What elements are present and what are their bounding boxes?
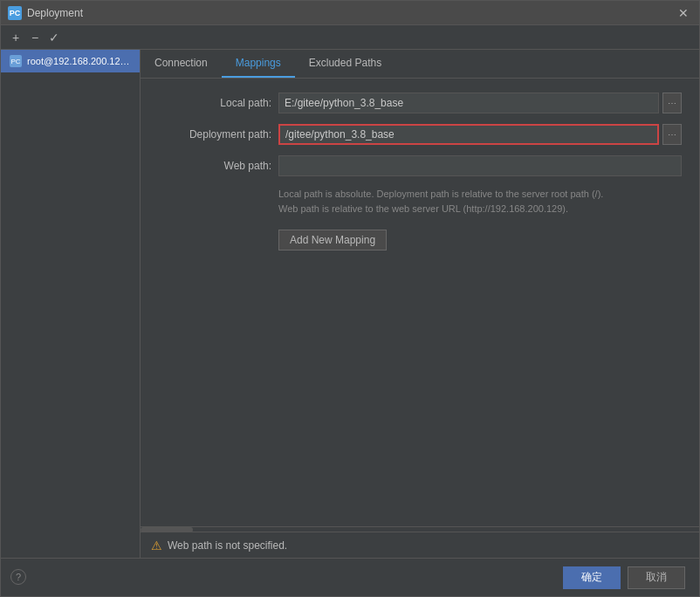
web-path-label: Web path:: [158, 160, 271, 172]
warning-icon: ⚠: [151, 539, 162, 552]
add-server-button[interactable]: +: [8, 30, 24, 45]
window-icon: PC: [8, 6, 22, 20]
toolbar: + − ✓: [1, 25, 699, 50]
hint-text: Local path is absolute. Deployment path …: [278, 187, 682, 216]
sidebar-item-server[interactable]: PC root@192.168.200.129:…: [1, 50, 140, 72]
tab-connection[interactable]: Connection: [141, 50, 222, 78]
deployment-dialog: PC Deployment ✕ + − ✓ PC root@192.168.20…: [0, 0, 700, 597]
scrollbar-area: [141, 526, 699, 532]
tab-mappings[interactable]: Mappings: [222, 50, 295, 78]
content-area: Local path: ⋯ Deployment path: ⋯: [141, 79, 699, 526]
confirm-button[interactable]: ✓: [46, 30, 62, 45]
help-area: ?: [1, 558, 36, 596]
add-new-mapping-button[interactable]: Add New Mapping: [278, 230, 387, 250]
web-path-input[interactable]: [278, 155, 682, 176]
local-path-row: Local path: ⋯: [158, 93, 682, 113]
deployment-path-browse-button[interactable]: ⋯: [662, 124, 682, 145]
sidebar: PC root@192.168.200.129:…: [1, 50, 141, 558]
hint-line2: Web path is relative to the web server U…: [278, 202, 682, 216]
title-left: PC Deployment: [8, 6, 83, 20]
local-path-browse-button[interactable]: ⋯: [662, 93, 682, 113]
server-icon: PC: [10, 55, 22, 67]
local-path-input[interactable]: [278, 93, 659, 113]
help-button[interactable]: ?: [10, 569, 26, 585]
title-bar: PC Deployment ✕: [1, 1, 699, 25]
close-button[interactable]: ✕: [675, 4, 692, 22]
status-bar: ⚠ Web path is not specified.: [141, 532, 699, 558]
deployment-path-input-wrap: ⋯: [278, 124, 682, 145]
local-path-input-wrap: ⋯: [278, 93, 682, 113]
main-content: PC root@192.168.200.129:… Connection Map…: [1, 50, 699, 558]
local-path-label: Local path:: [158, 97, 271, 109]
remove-server-button[interactable]: −: [27, 30, 43, 45]
scrollbar-thumb[interactable]: [141, 527, 193, 532]
web-path-input-wrap: [278, 155, 682, 176]
tab-excluded-paths[interactable]: Excluded Paths: [295, 50, 395, 78]
cancel-dialog-button[interactable]: 取消: [628, 566, 685, 589]
sidebar-item-label: root@192.168.200.129:…: [27, 56, 131, 66]
status-message: Web path is not specified.: [168, 539, 287, 552]
confirm-dialog-button[interactable]: 确定: [563, 566, 621, 589]
deployment-path-row: Deployment path: ⋯: [158, 124, 682, 145]
tabs-bar: Connection Mappings Excluded Paths: [141, 50, 699, 79]
deployment-path-input[interactable]: [278, 124, 659, 145]
hint-line1: Local path is absolute. Deployment path …: [278, 187, 682, 202]
right-panel: Connection Mappings Excluded Paths Local…: [141, 50, 699, 558]
window-title: Deployment: [27, 7, 83, 19]
dialog-footer: 确定 取消: [1, 558, 699, 596]
web-path-row: Web path:: [158, 155, 682, 176]
deployment-path-label: Deployment path:: [158, 128, 271, 141]
